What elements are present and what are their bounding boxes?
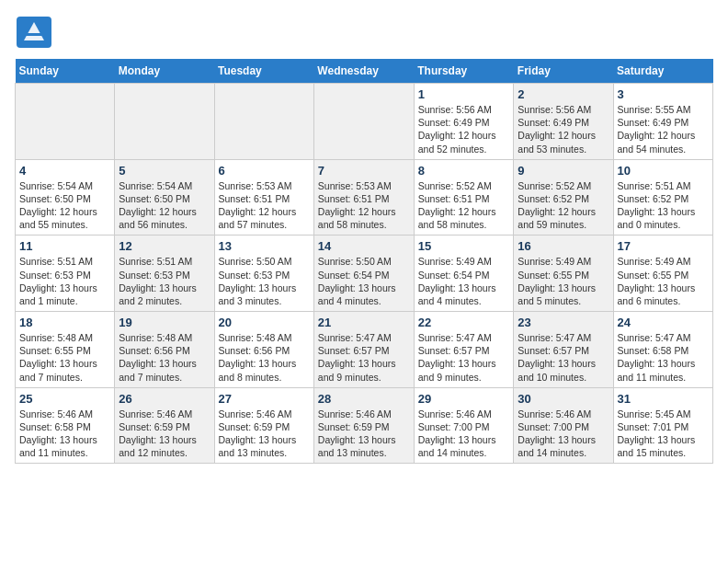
- calendar-cell: 21Sunrise: 5:47 AM Sunset: 6:57 PM Dayli…: [313, 312, 414, 388]
- day-number: 3: [618, 87, 710, 101]
- day-number: 30: [518, 392, 609, 406]
- day-info: Sunrise: 5:46 AM Sunset: 7:00 PM Dayligh…: [418, 408, 510, 460]
- calendar-cell: [313, 84, 414, 160]
- day-number: 5: [119, 164, 210, 178]
- calendar-week-row: 1Sunrise: 5:56 AM Sunset: 6:49 PM Daylig…: [16, 84, 713, 160]
- day-info: Sunrise: 5:48 AM Sunset: 6:56 PM Dayligh…: [119, 331, 210, 384]
- day-info: Sunrise: 5:51 AM Sunset: 6:52 PM Dayligh…: [618, 179, 710, 232]
- weekday-header-thursday: Thursday: [414, 59, 514, 84]
- day-number: 12: [119, 239, 210, 253]
- day-info: Sunrise: 5:46 AM Sunset: 7:00 PM Dayligh…: [518, 408, 609, 460]
- day-number: 14: [318, 239, 410, 253]
- day-info: Sunrise: 5:54 AM Sunset: 6:50 PM Dayligh…: [119, 179, 210, 232]
- calendar-week-row: 18Sunrise: 5:48 AM Sunset: 6:55 PM Dayli…: [16, 312, 713, 388]
- calendar-cell: 7Sunrise: 5:53 AM Sunset: 6:51 PM Daylig…: [313, 159, 414, 236]
- calendar-cell: 28Sunrise: 5:46 AM Sunset: 6:59 PM Dayli…: [313, 387, 414, 464]
- svg-rect-2: [22, 33, 46, 36]
- calendar-cell: 20Sunrise: 5:48 AM Sunset: 6:56 PM Dayli…: [214, 312, 313, 388]
- calendar-week-row: 25Sunrise: 5:46 AM Sunset: 6:58 PM Dayli…: [16, 387, 713, 464]
- day-info: Sunrise: 5:54 AM Sunset: 6:50 PM Dayligh…: [19, 179, 110, 232]
- day-number: 10: [618, 164, 710, 178]
- weekday-header-row: SundayMondayTuesdayWednesdayThursdayFrid…: [16, 59, 713, 84]
- day-number: 22: [418, 316, 510, 329]
- day-info: Sunrise: 5:45 AM Sunset: 7:01 PM Dayligh…: [618, 408, 710, 460]
- calendar-cell: 29Sunrise: 5:46 AM Sunset: 7:00 PM Dayli…: [414, 387, 514, 464]
- logo: [15, 15, 57, 50]
- day-info: Sunrise: 5:48 AM Sunset: 6:56 PM Dayligh…: [219, 331, 310, 384]
- day-info: Sunrise: 5:51 AM Sunset: 6:53 PM Dayligh…: [19, 255, 110, 307]
- logo-icon: [15, 15, 53, 50]
- weekday-header-friday: Friday: [514, 59, 613, 84]
- day-info: Sunrise: 5:47 AM Sunset: 6:57 PM Dayligh…: [518, 331, 609, 384]
- calendar-week-row: 4Sunrise: 5:54 AM Sunset: 6:50 PM Daylig…: [16, 159, 713, 236]
- weekday-header-wednesday: Wednesday: [313, 59, 414, 84]
- page-header: [15, 15, 713, 50]
- calendar-cell: 10Sunrise: 5:51 AM Sunset: 6:52 PM Dayli…: [613, 159, 713, 236]
- day-info: Sunrise: 5:49 AM Sunset: 6:54 PM Dayligh…: [418, 255, 510, 307]
- day-number: 7: [318, 164, 410, 178]
- day-info: Sunrise: 5:49 AM Sunset: 6:55 PM Dayligh…: [518, 255, 609, 307]
- day-number: 21: [318, 316, 410, 329]
- day-info: Sunrise: 5:52 AM Sunset: 6:52 PM Dayligh…: [518, 179, 609, 232]
- day-info: Sunrise: 5:56 AM Sunset: 6:49 PM Dayligh…: [418, 103, 510, 155]
- day-info: Sunrise: 5:53 AM Sunset: 6:51 PM Dayligh…: [318, 179, 410, 232]
- calendar-cell: 25Sunrise: 5:46 AM Sunset: 6:58 PM Dayli…: [16, 387, 115, 464]
- day-number: 16: [518, 239, 609, 253]
- calendar-cell: 30Sunrise: 5:46 AM Sunset: 7:00 PM Dayli…: [514, 387, 613, 464]
- weekday-header-sunday: Sunday: [16, 59, 115, 84]
- day-info: Sunrise: 5:46 AM Sunset: 6:59 PM Dayligh…: [318, 408, 410, 460]
- day-number: 28: [318, 392, 410, 406]
- calendar-cell: 31Sunrise: 5:45 AM Sunset: 7:01 PM Dayli…: [613, 387, 713, 464]
- day-number: 31: [618, 392, 710, 406]
- day-info: Sunrise: 5:53 AM Sunset: 6:51 PM Dayligh…: [219, 179, 310, 232]
- calendar-cell: 18Sunrise: 5:48 AM Sunset: 6:55 PM Dayli…: [16, 312, 115, 388]
- weekday-header-tuesday: Tuesday: [214, 59, 313, 84]
- day-number: 23: [518, 316, 609, 329]
- day-number: 1: [418, 87, 510, 101]
- day-number: 25: [19, 392, 110, 406]
- weekday-header-monday: Monday: [115, 59, 214, 84]
- calendar-cell: 23Sunrise: 5:47 AM Sunset: 6:57 PM Dayli…: [514, 312, 613, 388]
- day-number: 27: [219, 392, 310, 406]
- day-info: Sunrise: 5:46 AM Sunset: 6:59 PM Dayligh…: [119, 408, 210, 460]
- weekday-header-saturday: Saturday: [613, 59, 713, 84]
- calendar-cell: [214, 84, 313, 160]
- calendar-cell: 27Sunrise: 5:46 AM Sunset: 6:59 PM Dayli…: [214, 387, 313, 464]
- calendar-cell: [115, 84, 214, 160]
- calendar-cell: 11Sunrise: 5:51 AM Sunset: 6:53 PM Dayli…: [16, 236, 115, 312]
- day-info: Sunrise: 5:47 AM Sunset: 6:57 PM Dayligh…: [418, 331, 510, 384]
- day-number: 15: [418, 239, 510, 253]
- day-number: 24: [618, 316, 710, 329]
- calendar-week-row: 11Sunrise: 5:51 AM Sunset: 6:53 PM Dayli…: [16, 236, 713, 312]
- day-info: Sunrise: 5:47 AM Sunset: 6:57 PM Dayligh…: [318, 331, 410, 384]
- day-number: 26: [119, 392, 210, 406]
- day-number: 29: [418, 392, 510, 406]
- calendar-cell: 9Sunrise: 5:52 AM Sunset: 6:52 PM Daylig…: [514, 159, 613, 236]
- calendar-cell: 26Sunrise: 5:46 AM Sunset: 6:59 PM Dayli…: [115, 387, 214, 464]
- calendar-cell: 12Sunrise: 5:51 AM Sunset: 6:53 PM Dayli…: [115, 236, 214, 312]
- calendar-cell: 6Sunrise: 5:53 AM Sunset: 6:51 PM Daylig…: [214, 159, 313, 236]
- day-info: Sunrise: 5:52 AM Sunset: 6:51 PM Dayligh…: [418, 179, 510, 232]
- day-number: 19: [119, 316, 210, 329]
- day-info: Sunrise: 5:48 AM Sunset: 6:55 PM Dayligh…: [19, 331, 110, 384]
- day-number: 8: [418, 164, 510, 178]
- day-number: 18: [19, 316, 110, 329]
- calendar-cell: 13Sunrise: 5:50 AM Sunset: 6:53 PM Dayli…: [214, 236, 313, 312]
- calendar-cell: 2Sunrise: 5:56 AM Sunset: 6:49 PM Daylig…: [514, 84, 613, 160]
- calendar-cell: 22Sunrise: 5:47 AM Sunset: 6:57 PM Dayli…: [414, 312, 514, 388]
- calendar-cell: 1Sunrise: 5:56 AM Sunset: 6:49 PM Daylig…: [414, 84, 514, 160]
- calendar-cell: 14Sunrise: 5:50 AM Sunset: 6:54 PM Dayli…: [313, 236, 414, 312]
- day-info: Sunrise: 5:51 AM Sunset: 6:53 PM Dayligh…: [119, 255, 210, 307]
- day-number: 13: [219, 239, 310, 253]
- day-info: Sunrise: 5:46 AM Sunset: 6:59 PM Dayligh…: [219, 408, 310, 460]
- day-number: 20: [219, 316, 310, 329]
- calendar-table: SundayMondayTuesdayWednesdayThursdayFrid…: [15, 59, 713, 464]
- calendar-cell: [16, 84, 115, 160]
- calendar-cell: 4Sunrise: 5:54 AM Sunset: 6:50 PM Daylig…: [16, 159, 115, 236]
- day-number: 17: [618, 239, 710, 253]
- day-info: Sunrise: 5:47 AM Sunset: 6:58 PM Dayligh…: [618, 331, 710, 384]
- day-number: 9: [518, 164, 609, 178]
- day-info: Sunrise: 5:49 AM Sunset: 6:55 PM Dayligh…: [618, 255, 710, 307]
- calendar-cell: 19Sunrise: 5:48 AM Sunset: 6:56 PM Dayli…: [115, 312, 214, 388]
- calendar-cell: 17Sunrise: 5:49 AM Sunset: 6:55 PM Dayli…: [613, 236, 713, 312]
